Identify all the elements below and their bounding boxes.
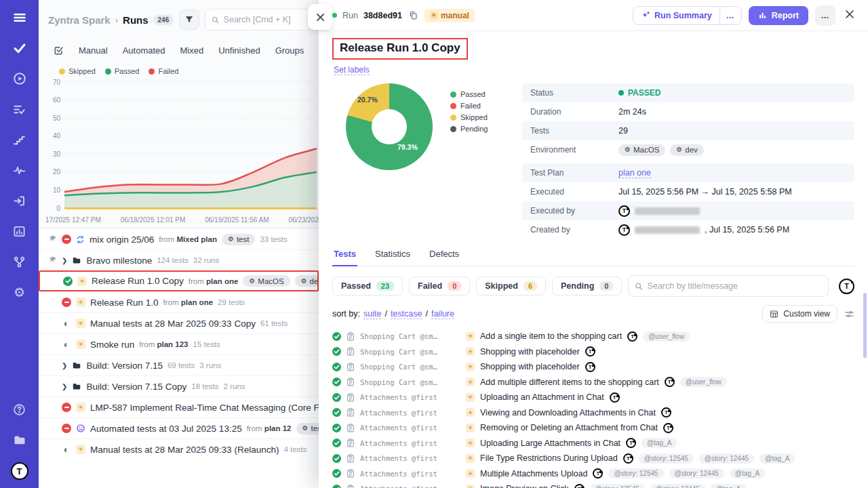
test-title: Image Preview on Click: [480, 484, 569, 488]
run-info-table: StatusPASSEDDuration2m 24sTests29Environ…: [522, 83, 854, 239]
tests-search-input[interactable]: [648, 281, 822, 291]
run-list-item[interactable]: ◐✳Smoke runfrom plan 12315 tests: [39, 333, 319, 354]
filter-passed-button[interactable]: Passed23: [332, 277, 403, 296]
runs-tab-unfinished[interactable]: Unfinished: [218, 45, 260, 56]
scrollbar[interactable]: [863, 293, 867, 358]
manual-run-icon: ✳: [76, 298, 85, 307]
select-runs-icon[interactable]: [54, 45, 64, 56]
set-labels-link[interactable]: Set labels: [334, 65, 370, 75]
milestones-icon[interactable]: [12, 192, 28, 209]
runs-tab-automated[interactable]: Automated: [123, 45, 165, 56]
runs-search-input[interactable]: [224, 15, 305, 24]
test-row[interactable]: Attachments @first✳Image Preview on Clic…: [319, 481, 868, 488]
run-summary-more-button[interactable]: …: [719, 7, 741, 24]
filter-pending-button[interactable]: Pending0: [552, 277, 622, 296]
test-row[interactable]: Attachments @first✳File Type Restriction…: [319, 451, 868, 466]
run-detail-panel: Run 38d8ed91 ✳ manual Run Summary …: [319, 0, 868, 488]
test-passed-icon: [332, 485, 341, 488]
test-row[interactable]: Shopping Cart @sm…✳Add a single item to …: [319, 329, 868, 344]
run-list-item[interactable]: Automated tests at 03 Jul 2025 13:25from…: [39, 418, 319, 439]
report-button[interactable]: Report: [749, 6, 808, 25]
run-summary-button[interactable]: Run Summary: [633, 7, 719, 24]
tests-list: Shopping Cart @sm…✳Add a single item to …: [319, 329, 868, 488]
runs-tab-groups[interactable]: Groups: [275, 45, 304, 56]
sort-testcase-link[interactable]: testcase: [391, 309, 422, 319]
project-name[interactable]: Zyntra Spark: [48, 14, 111, 26]
panel-close-tab[interactable]: [308, 4, 332, 30]
test-title: Shopping with placeholder: [480, 347, 580, 357]
help-icon[interactable]: [12, 401, 28, 418]
run-list-item[interactable]: ❯Build: Version 7.15 Copy18 tests2 runs: [39, 375, 319, 396]
settings-gear-icon[interactable]: ⚙: [12, 284, 28, 300]
chevron-right-icon[interactable]: ❯: [62, 362, 67, 369]
branch-icon[interactable]: [12, 253, 28, 270]
test-title: Removing or Deleting an Attachment from …: [480, 423, 658, 432]
run-inprogress-icon: ◐: [62, 340, 71, 349]
filter-button[interactable]: [179, 9, 199, 30]
shared-steps-icon[interactable]: [12, 131, 28, 148]
sort-suite-link[interactable]: suite: [363, 309, 381, 319]
test-tag: @tag_A: [711, 484, 746, 488]
sort-failure-link[interactable]: failure: [431, 309, 454, 319]
legend-dot: [149, 68, 155, 75]
close-detail-button[interactable]: [842, 8, 857, 23]
more-actions-button[interactable]: …: [815, 5, 835, 26]
test-row[interactable]: Shopping Cart @sm…✳Shopping with placeho…: [319, 344, 868, 360]
chevron-right-icon[interactable]: ❯: [62, 383, 67, 390]
test-row[interactable]: Attachments @first✳Multiple Attachments …: [319, 466, 868, 482]
runs-tab-mixed[interactable]: Mixed: [180, 45, 204, 56]
pulse-icon[interactable]: [12, 162, 28, 178]
tab-tests[interactable]: Tests: [332, 249, 357, 266]
run-list-item[interactable]: ❯Build: Version 7.1569 tests3 runs: [39, 354, 319, 375]
copy-run-id-button[interactable]: [408, 9, 419, 21]
test-suite: Shopping Cart @sm…: [360, 332, 460, 340]
test-title: Viewing and Downloading Attachments in C…: [480, 408, 656, 418]
test-row[interactable]: Shopping Cart @sm…✳Shopping with placeho…: [319, 359, 868, 375]
run-list-item[interactable]: ❯Bravo milestone124 tests32 runs: [39, 249, 319, 270]
user-avatar: T: [618, 224, 630, 236]
test-cases-icon[interactable]: [12, 40, 28, 56]
tab-statistics[interactable]: Statistics: [374, 249, 412, 266]
runs-icon[interactable]: [12, 70, 28, 87]
chevron-right-icon[interactable]: ❯: [62, 257, 67, 264]
custom-view-button[interactable]: Custom view: [762, 305, 837, 323]
reports-icon[interactable]: [12, 223, 28, 239]
run-list-item[interactable]: mix origin 25/06from Mixed plan⚙test33 t…: [39, 228, 319, 249]
test-row[interactable]: Attachments @first✳Removing or Deleting …: [319, 420, 868, 436]
test-tag: @tag_A: [730, 468, 765, 479]
test-plan-link[interactable]: plan one: [618, 168, 651, 178]
config-badge: ⚙test: [222, 234, 256, 245]
detail-actions: Run Summary … Report …: [633, 5, 857, 26]
run-list-item[interactable]: ◐✳Manual tests at 28 Mar 2025 09:33 Copy…: [39, 312, 319, 333]
run-list-item[interactable]: ✳Release Run 1.0from plan one29 tests: [39, 291, 319, 312]
test-row[interactable]: Attachments @first✳Viewing and Downloadi…: [319, 405, 868, 421]
sidebar-user-avatar[interactable]: T: [11, 462, 28, 480]
donut-passed-label: 79.3%: [397, 143, 418, 151]
info-label: Environment: [530, 145, 618, 155]
runs-count-badge: 246: [153, 15, 174, 25]
run-list-item[interactable]: ◐✳Manual tests at 28 Mar 2025 09:33 (Rel…: [39, 439, 319, 460]
test-row[interactable]: Attachments @first✳Uploading an Attachme…: [319, 390, 868, 405]
filter-skipped-button[interactable]: Skipped6: [476, 277, 546, 296]
run-title: Release Run 1.0 Copy: [340, 41, 460, 55]
test-tag: @tag_A: [760, 453, 795, 464]
copy-icon: [409, 11, 418, 20]
plans-icon[interactable]: [12, 101, 28, 117]
folder-library-icon[interactable]: [12, 432, 28, 448]
test-row[interactable]: Shopping Cart @sm…✳Add multiple differen…: [319, 375, 868, 390]
test-title: Multiple Attachments Upload: [480, 469, 587, 479]
chart-x-axis-labels: 17/2025 12:47 PM06/18/2025 12:01 PM06/19…: [44, 216, 319, 224]
run-meta: 18 tests: [191, 382, 218, 390]
runs-tab-manual[interactable]: Manual: [79, 45, 108, 56]
test-row[interactable]: Attachments @first✳Uploading Large Attac…: [319, 436, 868, 451]
menu-icon[interactable]: [12, 9, 28, 26]
run-word: Run: [342, 11, 358, 20]
test-title: Uploading an Attachment in Chat: [480, 392, 604, 402]
donut-legend-skipped: Skipped: [450, 113, 505, 121]
tab-defects[interactable]: Defects: [428, 249, 460, 266]
run-list-item[interactable]: ✳Release Run 1.0 Copyfrom plan one⚙MacOS…: [39, 270, 319, 291]
sliders-icon[interactable]: [844, 309, 854, 319]
filter-failed-button[interactable]: Failed0: [409, 277, 470, 296]
run-title: Build: Version 7.15 Copy: [86, 382, 186, 392]
run-list-item[interactable]: ✳LMP-587 Implement Real-Time Chat Messag…: [39, 396, 319, 418]
